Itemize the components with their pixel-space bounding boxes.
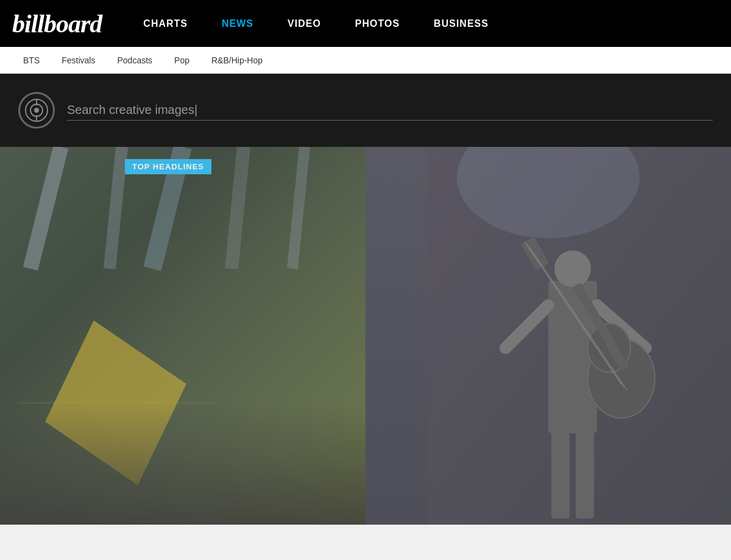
nav-item-video[interactable]: VIDEO <box>270 18 338 29</box>
sub-nav-item-pop[interactable]: Pop <box>163 55 200 66</box>
getty-search-input[interactable] <box>67 100 713 121</box>
nav-link-photos[interactable]: PHOTOS <box>338 18 417 29</box>
sub-nav-item-podcasts[interactable]: Podcasts <box>106 55 163 66</box>
sub-nav-link-festivals[interactable]: Festivals <box>51 55 106 65</box>
getty-banner <box>0 74 731 147</box>
svg-point-2 <box>34 108 39 113</box>
getty-logo-icon <box>24 98 49 122</box>
sub-nav-link-bts[interactable]: BTS <box>12 55 51 65</box>
sub-nav-item-rnb[interactable]: R&B/Hip-Hop <box>200 55 274 66</box>
top-navigation: billboard CHARTS NEWS VIDEO PHOTOS BUSIN… <box>0 0 731 47</box>
content-overlay <box>0 147 731 525</box>
sub-nav-link-pop[interactable]: Pop <box>163 55 200 65</box>
sub-nav-links: BTS Festivals Podcasts Pop R&B/Hip-Hop <box>12 55 274 66</box>
sub-nav-link-podcasts[interactable]: Podcasts <box>106 55 163 65</box>
main-content: TOP HEADLINES BTS Festivals Pride R&B/Hi… <box>0 74 731 525</box>
getty-logo <box>18 92 55 129</box>
top-nav-links: CHARTS NEWS VIDEO PHOTOS BUSINESS <box>126 18 506 29</box>
nav-link-video[interactable]: VIDEO <box>270 18 338 29</box>
sub-nav-link-rnb[interactable]: R&B/Hip-Hop <box>200 55 274 65</box>
nav-link-news[interactable]: NEWS <box>205 18 270 29</box>
nav-link-business[interactable]: BUSINESS <box>417 18 506 29</box>
nav-item-business[interactable]: BUSINESS <box>417 18 506 29</box>
nav-item-photos[interactable]: PHOTOS <box>338 18 417 29</box>
sub-nav-item-bts[interactable]: BTS <box>12 55 51 66</box>
nav-item-news[interactable]: NEWS <box>205 18 270 29</box>
hero-area: TOP HEADLINES <box>0 147 731 525</box>
nav-item-charts[interactable]: CHARTS <box>126 18 205 29</box>
site-logo[interactable]: billboard <box>12 9 102 38</box>
getty-search-area <box>67 100 713 121</box>
nav-link-charts[interactable]: CHARTS <box>126 18 205 29</box>
sub-nav-item-festivals[interactable]: Festivals <box>51 55 106 66</box>
sub-navigation: BTS Festivals Podcasts Pop R&B/Hip-Hop <box>0 47 731 74</box>
